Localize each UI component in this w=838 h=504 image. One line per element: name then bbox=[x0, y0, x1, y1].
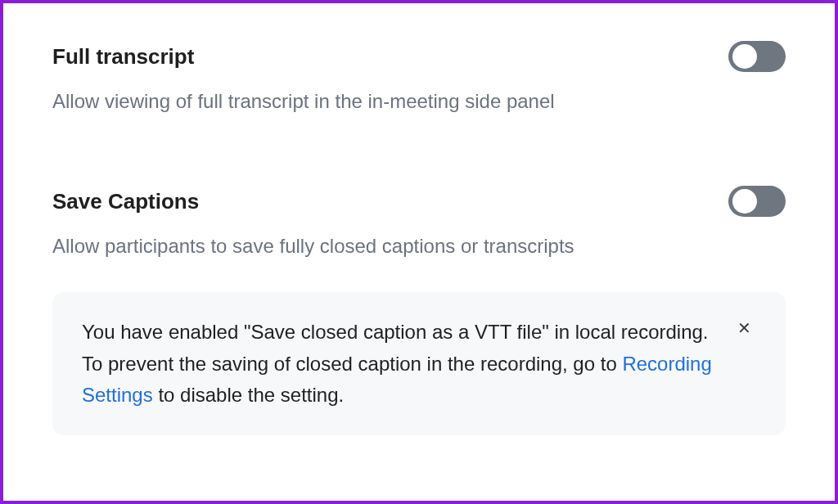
notice-text-after: to disable the setting. bbox=[153, 384, 344, 406]
setting-full-transcript: Full transcript Allow viewing of full tr… bbox=[52, 44, 786, 115]
setting-text-block: Save Captions Allow participants to save… bbox=[52, 189, 728, 260]
toggle-knob bbox=[732, 44, 757, 69]
close-icon[interactable]: ✕ bbox=[732, 317, 756, 340]
info-notice: You have enabled "Save closed caption as… bbox=[52, 292, 786, 435]
setting-text-block: Full transcript Allow viewing of full tr… bbox=[52, 44, 728, 115]
setting-save-captions: Save Captions Allow participants to save… bbox=[52, 189, 786, 260]
setting-title: Save Captions bbox=[52, 189, 728, 214]
notice-text-before: You have enabled "Save closed caption as… bbox=[82, 321, 709, 374]
save-captions-toggle[interactable] bbox=[728, 186, 786, 217]
notice-text: You have enabled "Save closed caption as… bbox=[82, 317, 716, 411]
toggle-knob bbox=[732, 189, 757, 214]
settings-panel: Full transcript Allow viewing of full tr… bbox=[0, 0, 838, 504]
setting-title: Full transcript bbox=[52, 44, 728, 70]
setting-description: Allow viewing of full transcript in the … bbox=[52, 88, 728, 115]
setting-description: Allow participants to save fully closed … bbox=[52, 232, 728, 260]
full-transcript-toggle[interactable] bbox=[728, 41, 786, 72]
